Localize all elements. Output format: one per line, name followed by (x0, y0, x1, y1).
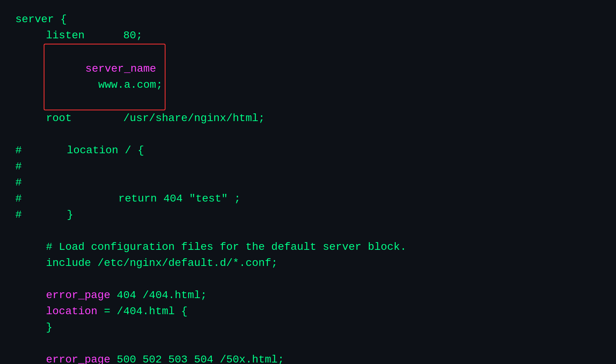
code-value: 404 /404.html; (110, 287, 207, 303)
code-text: } (46, 320, 52, 336)
code-comment: # Load configuration files for the defau… (46, 239, 406, 255)
line-close-brace-1: } (15, 320, 601, 336)
code-value: 500 502 503 504 /50x.html; (110, 352, 284, 364)
code-comment: # return 404 "test" ; (15, 191, 241, 207)
line-comment-2: # (15, 159, 601, 175)
code-value: www.a.com; (85, 79, 163, 91)
code-keyword: error_page (46, 352, 110, 364)
code-keyword: location (46, 303, 97, 320)
line-location-404: location = /404.html { (15, 303, 601, 320)
line-blank-2 (15, 223, 601, 239)
code-comment: # (15, 159, 22, 175)
code-text: listen 80; (46, 28, 143, 44)
line-comment-1: # location / { (15, 143, 601, 159)
line-1: server { (15, 11, 601, 28)
code-keyword: server_name (85, 63, 156, 75)
line-comment-4: # return 404 "test" ; (15, 191, 601, 207)
code-text: server { (15, 11, 67, 28)
code-text: include /etc/nginx/default.d/*.conf; (46, 255, 278, 271)
code-keyword: error_page (46, 287, 110, 303)
code-text: root /usr/share/nginx/html; (46, 110, 265, 126)
code-comment: # (15, 175, 22, 191)
code-comment: # } (15, 207, 73, 223)
line-blank-4 (15, 336, 601, 352)
highlight-box-server-name: server_name www.a.com; (44, 44, 165, 110)
line-comment-5: # } (15, 207, 601, 223)
line-include: include /etc/nginx/default.d/*.conf; (15, 255, 601, 271)
line-load-comment: # Load configuration files for the defau… (15, 239, 601, 255)
line-comment-3: # (15, 175, 601, 191)
line-error-page-50x: error_page 500 502 503 504 /50x.html; (15, 352, 601, 364)
code-comment: # location / { (15, 143, 144, 159)
line-4: root /usr/share/nginx/html; (15, 110, 601, 126)
code-editor: server { listen 80; server_name www.a.co… (15, 8, 601, 364)
line-2: listen 80; (15, 28, 601, 44)
code-value: = /404.html { (97, 303, 187, 320)
line-error-page-404: error_page 404 /404.html; (15, 287, 601, 303)
line-blank-3 (15, 271, 601, 287)
line-3: server_name www.a.com; (15, 44, 601, 110)
line-blank-1 (15, 126, 601, 143)
